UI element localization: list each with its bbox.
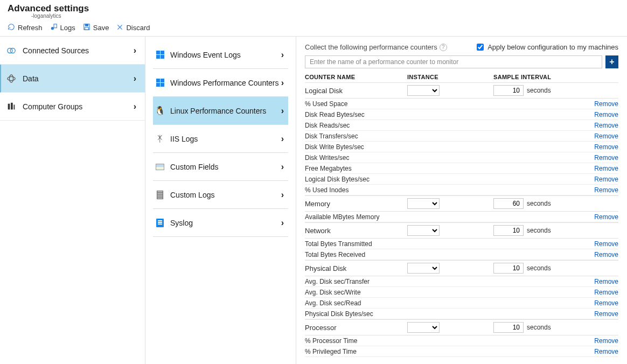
config-top-row: Collect the following performance counte… (305, 42, 618, 52)
remove-link[interactable]: Remove (594, 213, 618, 221)
middle-pane: Windows Event Logs›Windows Performance C… (145, 37, 296, 364)
syslog-icon (155, 218, 165, 228)
penguin-icon: 🐧 (155, 106, 165, 116)
instance-select[interactable] (407, 225, 440, 236)
collect-label: Collect the following performance counte… (305, 43, 437, 51)
remove-link[interactable]: Remove (594, 278, 618, 285)
remove-link[interactable]: Remove (594, 251, 618, 258)
data-item-linux-performance-counters[interactable]: 🐧Linux Performance Counters› (153, 97, 288, 125)
counter-name: % Used Inodes (305, 186, 349, 194)
remove-link[interactable]: Remove (594, 111, 618, 118)
remove-link[interactable]: Remove (594, 143, 618, 151)
remove-link[interactable]: Remove (594, 337, 618, 345)
svg-point-9 (8, 76, 15, 80)
chevron-right-icon: › (134, 46, 136, 55)
data-item-windows-event-logs[interactable]: Windows Event Logs› (153, 41, 288, 69)
sidebar-item-connected-sources[interactable]: Connected Sources› (0, 37, 145, 65)
remove-link[interactable]: Remove (594, 289, 618, 296)
apply-config-checkbox[interactable]: Apply below configuration to my machines (475, 42, 618, 52)
counter-row: Total Bytes TransmittedRemove (305, 239, 618, 249)
remove-link[interactable]: Remove (594, 240, 618, 248)
instance-select[interactable] (407, 263, 440, 274)
iis-icon: ᛡ (155, 134, 165, 144)
sidebar-item-data[interactable]: Data› (0, 65, 145, 93)
svg-rect-3 (85, 24, 88, 26)
data-item-custom-logs[interactable]: Custom Logs› (153, 181, 288, 209)
logs-icon (50, 23, 58, 32)
logs-button[interactable]: Logs (50, 23, 75, 32)
counter-group-name: Processor (305, 324, 407, 332)
remove-link[interactable]: Remove (594, 165, 618, 172)
chevron-right-icon: › (281, 162, 284, 172)
remove-link[interactable]: Remove (594, 299, 618, 307)
interval-input[interactable] (493, 322, 524, 333)
col-sample-interval: SAMPLE INTERVAL (493, 74, 618, 80)
toolbar: Refresh Logs Save Discard (0, 20, 627, 37)
counter-name: % Privileged Time (305, 348, 357, 355)
counter-row: Avg. Disk sec/ReadRemove (305, 298, 618, 309)
remove-link[interactable]: Remove (594, 122, 618, 129)
windows-icon (155, 78, 165, 88)
counter-group: Logical Diskseconds (305, 82, 618, 99)
counter-name: % Used Space (305, 100, 347, 108)
remove-link[interactable]: Remove (594, 176, 618, 183)
chevron-right-icon: › (134, 74, 136, 83)
counter-name: Disk Writes/sec (305, 154, 349, 162)
counter-row: Disk Write Bytes/secRemove (305, 142, 618, 152)
counter-groups: Logical Diskseconds% Used SpaceRemoveDis… (305, 82, 618, 357)
interval-input[interactable] (493, 85, 524, 96)
data-item-syslog[interactable]: Syslog› (153, 209, 288, 237)
page-subtitle: -loganalytics (8, 13, 619, 19)
add-counter-button[interactable]: + (605, 55, 618, 68)
counter-row: Free MegabytesRemove (305, 163, 618, 174)
instance-select[interactable] (407, 198, 440, 209)
counter-name: Avg. Disk sec/Read (305, 299, 361, 307)
counter-name: Disk Transfers/sec (305, 132, 358, 140)
svg-rect-12 (11, 102, 13, 109)
counter-row: Disk Transfers/secRemove (305, 131, 618, 142)
counter-name: Logical Disk Bytes/sec (305, 176, 370, 183)
left-pane: Connected Sources›Data›Computer Groups› (0, 37, 145, 364)
counter-name: Physical Disk Bytes/sec (305, 310, 373, 318)
discard-button[interactable]: Discard (116, 24, 150, 32)
seconds-label: seconds (527, 264, 551, 272)
remove-link[interactable]: Remove (594, 154, 618, 162)
counter-name: Disk Reads/sec (305, 122, 350, 129)
svg-point-8 (10, 48, 15, 53)
remove-link[interactable]: Remove (594, 100, 618, 108)
sidebar-item-label: Connected Sources (23, 46, 89, 55)
sidebar-icon (6, 46, 16, 55)
counter-row: Disk Read Bytes/secRemove (305, 109, 618, 120)
remove-link[interactable]: Remove (594, 310, 618, 318)
refresh-button[interactable]: Refresh (8, 23, 43, 32)
remove-link[interactable]: Remove (594, 132, 618, 140)
save-label: Save (93, 24, 109, 32)
interval-input[interactable] (493, 198, 524, 209)
help-icon[interactable]: ? (440, 44, 447, 51)
sidebar-item-label: Data (23, 74, 39, 83)
fields-icon (155, 162, 165, 172)
sidebar-item-computer-groups[interactable]: Computer Groups› (0, 93, 145, 121)
chevron-right-icon: › (134, 102, 136, 111)
remove-link[interactable]: Remove (594, 186, 618, 194)
discard-label: Discard (126, 24, 150, 32)
data-item-custom-fields[interactable]: Custom Fields› (153, 153, 288, 181)
instance-select[interactable] (407, 322, 440, 333)
save-button[interactable]: Save (83, 23, 109, 32)
data-item-label: Windows Event Logs (170, 51, 241, 59)
add-counter-row: + (305, 55, 618, 68)
data-item-windows-performance-counters[interactable]: Windows Performance Counters› (153, 69, 288, 97)
chevron-right-icon: › (281, 78, 284, 88)
counter-name-input[interactable] (305, 55, 602, 68)
data-item-iis-logs[interactable]: ᛡIIS Logs› (153, 125, 288, 153)
remove-link[interactable]: Remove (594, 348, 618, 355)
counter-row: Avg. Disk sec/TransferRemove (305, 276, 618, 287)
data-item-label: Linux Performance Counters (170, 107, 266, 115)
seconds-label: seconds (527, 87, 551, 94)
instance-select[interactable] (407, 85, 440, 96)
data-item-label: Custom Logs (170, 191, 214, 199)
interval-input[interactable] (493, 225, 524, 236)
seconds-label: seconds (527, 324, 551, 331)
interval-input[interactable] (493, 263, 524, 274)
apply-checkbox-input[interactable] (477, 44, 484, 51)
